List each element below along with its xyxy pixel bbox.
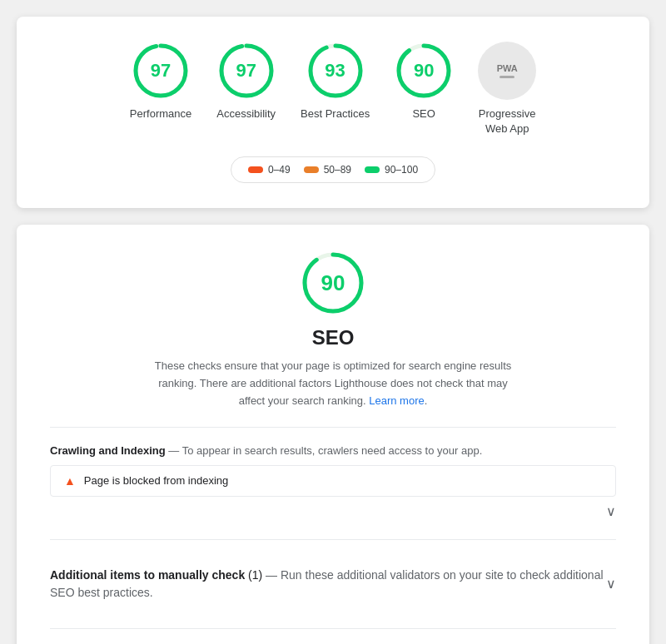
seo-score-top: 90 <box>414 60 434 82</box>
crawling-section: Crawling and Indexing — To appear in sea… <box>50 441 616 526</box>
score-item-seo[interactable]: 90 SEO <box>395 42 453 121</box>
crawling-desc: — To appear in search results, crawlers … <box>168 444 482 457</box>
pwa-text: PWA <box>497 63 518 73</box>
score-circle-seo: 90 <box>395 42 453 100</box>
seo-description: These checks ensure that your page is op… <box>150 358 516 409</box>
legend-range-orange: 50–89 <box>324 164 351 176</box>
performance-label: Performance <box>130 107 191 121</box>
divider-3 <box>50 628 616 629</box>
manual-checks-count: (1) <box>248 568 262 582</box>
seo-detail-card: 90 SEO These checks ensure that your pag… <box>17 225 649 644</box>
pwa-label: ProgressiveWeb App <box>479 107 536 136</box>
manual-checks-section: Additional items to manually check (1) —… <box>50 553 616 615</box>
audit-item-blocked[interactable]: ▲ Page is blocked from indexing <box>50 465 616 497</box>
seo-header: 90 SEO These checks ensure that your pag… <box>50 250 616 409</box>
legend-item-red: 0–49 <box>248 164 291 176</box>
performance-score: 97 <box>151 60 171 82</box>
manual-checks-title-text: Additional items to manually check <box>50 568 245 582</box>
pwa-circle: PWA <box>478 42 536 100</box>
seo-score-circle: 90 <box>300 250 366 316</box>
best-practices-label: Best Practices <box>301 107 370 121</box>
divider-1 <box>50 427 616 428</box>
legend-dot-red <box>248 166 263 173</box>
legend-dot-green <box>365 166 380 173</box>
score-circle-accessibility: 97 <box>217 42 276 100</box>
score-item-performance[interactable]: 97 Performance <box>130 42 191 121</box>
manual-checks-chevron[interactable]: ∨ <box>606 576 616 592</box>
crawling-chevron[interactable]: ∨ <box>606 504 616 518</box>
seo-score-detail: 90 <box>321 270 345 296</box>
warning-icon: ▲ <box>64 474 76 488</box>
seo-label: SEO <box>412 107 435 121</box>
scores-row: 97 Performance 97 Accessibility 93 <box>50 42 616 136</box>
pwa-dash <box>500 76 514 78</box>
accessibility-score: 97 <box>236 60 256 82</box>
seo-title: SEO <box>50 326 616 349</box>
score-item-pwa[interactable]: PWA ProgressiveWeb App <box>478 42 536 136</box>
manual-checks-header[interactable]: Additional items to manually check (1) —… <box>50 557 616 612</box>
legend-item-green: 90–100 <box>365 164 418 176</box>
legend-item-orange: 50–89 <box>304 164 351 176</box>
crawling-title: Crawling and Indexing <box>50 444 166 457</box>
score-circle-best-practices: 93 <box>306 42 365 100</box>
score-item-best-practices[interactable]: 93 Best Practices <box>301 42 370 121</box>
scores-card: 97 Performance 97 Accessibility 93 <box>17 17 649 208</box>
score-item-accessibility[interactable]: 97 Accessibility <box>216 42 276 121</box>
legend-range-green: 90–100 <box>385 164 418 176</box>
score-circle-performance: 97 <box>132 42 190 100</box>
crawling-label: Crawling and Indexing — To appear in sea… <box>50 444 616 457</box>
manual-checks-title: Additional items to manually check (1) —… <box>50 567 606 602</box>
legend-range-red: 0–49 <box>268 164 291 176</box>
blocked-text: Page is blocked from indexing <box>84 474 228 487</box>
learn-more-link[interactable]: Learn more <box>369 394 424 407</box>
divider-2 <box>50 539 616 540</box>
accessibility-label: Accessibility <box>216 107 276 121</box>
best-practices-score: 93 <box>325 60 345 82</box>
seo-desc-text: These checks ensure that your page is op… <box>155 359 512 407</box>
legend-row: 0–49 50–89 90–100 <box>231 156 435 183</box>
legend-dot-orange <box>304 166 319 173</box>
